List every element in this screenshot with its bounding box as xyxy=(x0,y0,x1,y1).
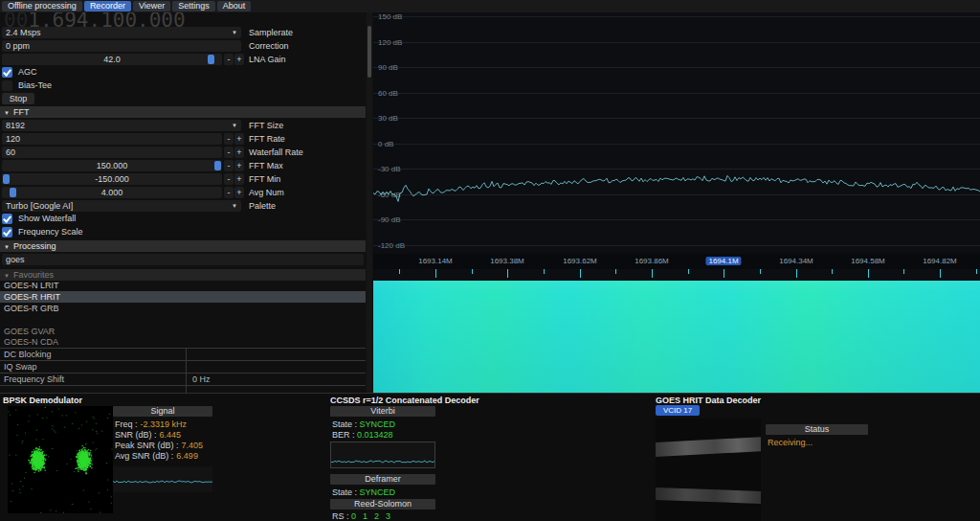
signal-row-snr-db: SNR (dB) :6.445 xyxy=(115,430,212,441)
palette-label: Palette xyxy=(249,200,276,212)
param-row-iq-swap[interactable]: IQ Swap xyxy=(0,360,366,373)
agc-row: AGC xyxy=(2,67,371,79)
fft-max-decrement-button[interactable]: - xyxy=(224,160,234,171)
waterfall-rate-row: 60 - + Waterfall Rate xyxy=(2,147,371,158)
pipeline-search-input[interactable] xyxy=(2,254,364,265)
fft-min-label: FFT Min xyxy=(249,173,280,185)
waterfall-rate-decrement-button[interactable]: - xyxy=(224,147,234,158)
fft-max-slider-grab[interactable] xyxy=(214,161,221,170)
menu-item-viewer[interactable]: Viewer xyxy=(133,1,170,11)
frequency-tick xyxy=(435,269,436,278)
lna-gain-slider[interactable]: 42.0 xyxy=(2,54,222,65)
param-row-dc-blocking[interactable]: DC Blocking xyxy=(0,348,366,360)
param-value xyxy=(187,349,192,360)
waterfall-rate-input[interactable]: 60 xyxy=(2,147,222,158)
stop-button[interactable]: Stop xyxy=(2,93,34,104)
freq-label-1693-86m[interactable]: 1693.86M xyxy=(635,257,669,265)
decoder-panel: BPSK Demodulator CCSDS r=1/2 Concatenate… xyxy=(0,393,980,521)
snr-history-graph xyxy=(113,466,212,492)
fft-max-increment-button[interactable]: + xyxy=(234,160,244,171)
favourite-goes-n-cda[interactable]: GOES-N CDA xyxy=(0,336,366,348)
fft-rate-input[interactable]: 120 xyxy=(2,133,222,145)
freq-label-1694-82m[interactable]: 1694.82M xyxy=(923,257,957,265)
processing-section-title: Processing xyxy=(13,241,56,251)
frequency-tick xyxy=(688,269,689,274)
menu-item-settings[interactable]: Settings xyxy=(172,1,215,11)
freq-label-1693-14m[interactable]: 1693.14M xyxy=(418,257,453,265)
fft-rate-decrement-button[interactable]: - xyxy=(224,133,234,145)
correction-input[interactable]: 0 ppm xyxy=(2,40,241,52)
avg-num-slider-grab[interactable] xyxy=(10,188,16,197)
viterbi-state-label: State : xyxy=(332,419,357,429)
frequency-tick xyxy=(832,269,833,274)
lna-gain-increment-button[interactable]: + xyxy=(234,54,244,65)
freq-label-1694-34m[interactable]: 1694.34M xyxy=(779,257,813,265)
freq-label-1694-58m[interactable]: 1694.58M xyxy=(851,257,885,265)
avg-num-increment-button[interactable]: + xyxy=(234,187,244,198)
param-row-partial[interactable] xyxy=(0,385,366,393)
palette-select[interactable]: Turbo [Google AI] ▼ xyxy=(2,200,241,212)
fft-size-select[interactable]: 8192 ▼ xyxy=(2,120,241,131)
avg-num-label: Avg Num xyxy=(249,187,284,198)
fft-max-slider[interactable]: 150.000 xyxy=(2,160,222,171)
favourite-goes-n-lrit[interactable]: GOES-N LRIT xyxy=(0,280,366,291)
agc-checkbox[interactable] xyxy=(2,67,12,78)
viterbi-header: Viterbi xyxy=(330,406,435,417)
chevron-down-icon: ▼ xyxy=(232,203,237,209)
processing-section-header[interactable]: ▼Processing xyxy=(0,240,366,252)
waterfall-rate-increment-button[interactable]: + xyxy=(234,147,244,158)
menu-item-about[interactable]: About xyxy=(217,1,252,11)
goes-hrit-panel: VCID 17 Status Receiving... xyxy=(656,405,980,521)
deframer-header: Deframer xyxy=(330,474,435,485)
favourites-section-title: Favourites xyxy=(13,270,54,280)
frequency-scale-checkbox[interactable] xyxy=(2,227,12,238)
fft-min-slider-grab[interactable] xyxy=(3,174,10,184)
fft-rate-increment-button[interactable]: + xyxy=(234,133,244,145)
ber-value: 0.013428 xyxy=(357,430,393,440)
waterfall-rate-label: Waterfall Rate xyxy=(249,147,303,158)
deframer-state-label: State : xyxy=(332,487,357,497)
frequency-tick xyxy=(399,269,400,274)
favourite-goes-r-hrit[interactable]: GOES-R HRIT xyxy=(0,291,366,303)
waterfall-display[interactable] xyxy=(373,281,980,393)
bias-tee-row: Bias-Tee xyxy=(2,80,371,92)
rs-value: 1 xyxy=(363,511,368,521)
favourite-goes-r-grb[interactable]: GOES-R GRB xyxy=(0,303,366,314)
chevron-down-icon: ▼ xyxy=(232,30,237,35)
fft-rate-label: FFT Rate xyxy=(249,133,285,145)
avg-num-decrement-button[interactable]: - xyxy=(224,187,234,198)
deframer-state-value: SYNCED xyxy=(360,487,396,497)
avg-num-slider[interactable]: 4.000 xyxy=(2,187,222,198)
menu-item-recorder[interactable]: Recorder xyxy=(84,1,131,11)
freq-label-1693-38m[interactable]: 1693.38M xyxy=(490,257,524,265)
fft-size-row: 8192 ▼ FFT Size xyxy=(2,120,371,131)
fft-min-decrement-button[interactable]: - xyxy=(224,173,234,185)
menu-item-offline-processing[interactable]: Offline processing xyxy=(2,1,82,11)
fft-section-header[interactable]: ▼FFT xyxy=(0,106,366,118)
signal-values: Freq :-2.3319 kHzSNR (dB) :6.445Peak SNR… xyxy=(113,419,212,462)
bias-tee-checkbox[interactable] xyxy=(2,80,12,91)
collapse-arrow-icon: ▼ xyxy=(4,244,10,250)
frequency-scale-label: Frequency Scale xyxy=(18,227,83,238)
samplerate-select[interactable]: 2.4 Msps ▼ xyxy=(2,27,241,38)
fft-spectrum-plot[interactable] xyxy=(373,12,980,254)
freq-label-1694-1m[interactable]: 1694.1M xyxy=(705,257,741,265)
freq-label-1693-62m[interactable]: 1693.62M xyxy=(563,257,597,265)
fft-min-slider[interactable]: -150.000 xyxy=(2,173,222,185)
rs-value: 3 xyxy=(386,511,390,521)
frequency-tick xyxy=(507,269,508,278)
param-value[interactable]: 0 Hz xyxy=(187,374,211,385)
lna-gain-decrement-button[interactable]: - xyxy=(224,54,234,65)
param-row-frequency-shift[interactable]: Frequency Shift0 Hz xyxy=(0,373,366,385)
bias-tee-label: Bias-Tee xyxy=(18,80,52,91)
lna-gain-slider-grab[interactable] xyxy=(208,55,214,64)
scrollbar-grab[interactable] xyxy=(368,26,371,78)
left-panel-scrollbar[interactable] xyxy=(367,12,372,393)
show-waterfall-checkbox[interactable] xyxy=(2,214,12,224)
status-value: Receiving... xyxy=(768,438,813,447)
frequency-tick xyxy=(615,269,616,274)
reed-solomon-header: Reed-Solomon xyxy=(330,499,435,510)
lna-gain-value: 42.0 xyxy=(103,55,121,64)
fft-min-increment-button[interactable]: + xyxy=(234,173,244,185)
fft-max-row: 150.000 - + FFT Max xyxy=(2,160,371,171)
